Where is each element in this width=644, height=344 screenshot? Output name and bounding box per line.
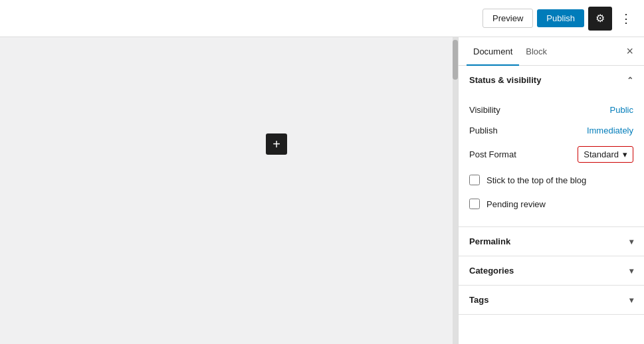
post-format-value: Standard [584, 149, 619, 159]
editor-area: + [0, 37, 453, 344]
visibility-value[interactable]: Public [610, 105, 633, 115]
publish-row: Publish Immediately [469, 120, 633, 141]
visibility-label: Visibility [469, 105, 500, 115]
section-permalink: Permalink ▾ [459, 227, 644, 256]
toolbar: Preview Publish ⚙ ⋮ [0, 0, 644, 37]
sidebar-tabs: Document Block × [459, 37, 644, 66]
section-status-content: Visibility Public Publish Immediately Po… [459, 94, 644, 226]
scrollbar[interactable] [453, 37, 458, 344]
chevron-up-icon: ⌃ [627, 76, 633, 85]
permalink-header[interactable]: Permalink ▾ [459, 227, 644, 256]
publish-label: Publish [469, 126, 498, 135]
publish-value[interactable]: Immediately [587, 126, 633, 135]
permalink-chevron-icon: ▾ [629, 237, 633, 246]
tags-chevron-icon: ▾ [629, 296, 633, 305]
section-categories: Categories ▾ [459, 256, 644, 286]
more-options-button[interactable]: ⋮ [616, 9, 636, 29]
add-block-button[interactable]: + [266, 133, 287, 155]
plus-icon: + [272, 137, 280, 152]
post-format-row: Post Format Standard ▾ [469, 141, 633, 168]
post-format-label: Post Format [469, 149, 516, 159]
categories-header[interactable]: Categories ▾ [459, 256, 644, 285]
tab-document[interactable]: Document [467, 37, 519, 66]
stick-top-label: Stick to the top of the blog [486, 175, 586, 185]
section-status-visibility: Status & visibility ⌃ Visibility Public … [459, 66, 644, 227]
preview-button[interactable]: Preview [483, 9, 533, 28]
sidebar: Document Block × Status & visibility ⌃ V… [458, 37, 644, 344]
scrollbar-thumb[interactable] [453, 40, 458, 80]
stick-top-checkbox[interactable] [469, 175, 480, 185]
pending-review-checkbox[interactable] [469, 199, 480, 209]
tab-block[interactable]: Block [519, 37, 554, 66]
gear-icon: ⚙ [595, 12, 605, 25]
categories-chevron-icon: ▾ [629, 266, 633, 276]
publish-button[interactable]: Publish [537, 9, 584, 27]
close-button[interactable]: × [623, 43, 636, 60]
post-format-select[interactable]: Standard ▾ [578, 146, 633, 163]
pending-review-label: Pending review [486, 199, 546, 209]
stick-top-row: Stick to the top of the blog [469, 168, 633, 192]
section-status-title: Status & visibility [469, 75, 541, 85]
settings-button[interactable]: ⚙ [588, 7, 612, 31]
more-icon: ⋮ [620, 11, 632, 26]
section-status-header[interactable]: Status & visibility ⌃ [459, 66, 644, 94]
categories-title: Categories [469, 266, 514, 276]
post-format-chevron-icon: ▾ [623, 149, 627, 159]
visibility-row: Visibility Public [469, 100, 633, 120]
tags-header[interactable]: Tags ▾ [459, 286, 644, 314]
pending-review-row: Pending review [469, 192, 633, 216]
section-tags: Tags ▾ [459, 286, 644, 315]
permalink-title: Permalink [469, 236, 510, 246]
tags-title: Tags [469, 295, 488, 305]
main-layout: + Document Block × Status & visibility ⌃… [0, 37, 644, 344]
